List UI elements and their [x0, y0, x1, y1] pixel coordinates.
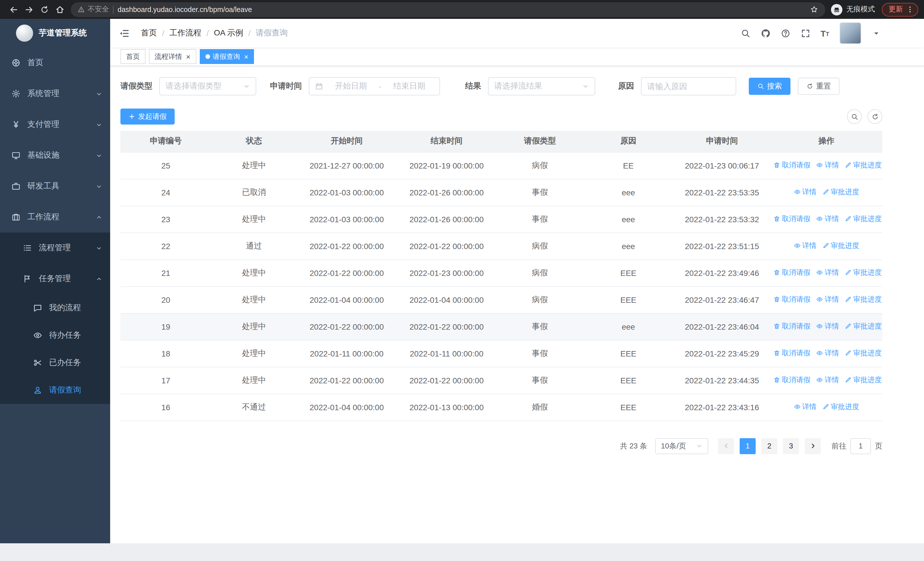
toggle-search-button[interactable]	[847, 109, 862, 124]
action-cancel-link[interactable]: 取消请假	[773, 161, 810, 170]
breadcrumb-item[interactable]: OA 示例	[214, 28, 243, 38]
prev-page-button[interactable]	[718, 438, 734, 454]
date-range-picker[interactable]: 开始日期 - 结束日期	[309, 77, 440, 95]
sidebar-item-done-task[interactable]: 已办任务	[0, 349, 110, 376]
search-icon[interactable]	[741, 28, 750, 38]
action-detail-link[interactable]: 详情	[816, 161, 839, 170]
chevron-up-icon	[96, 276, 102, 282]
chevron-down-icon[interactable]	[872, 28, 881, 38]
browser-back-button[interactable]	[6, 2, 21, 17]
browser-reload-button[interactable]	[36, 2, 52, 17]
action-progress-link[interactable]: 审批进度	[844, 161, 882, 170]
sidebar-item-todo-task[interactable]: 待办任务	[0, 322, 110, 349]
reset-button[interactable]: 重置	[798, 78, 840, 95]
reason-input[interactable]	[641, 77, 736, 95]
refresh-table-button[interactable]	[867, 109, 882, 124]
action-progress-link[interactable]: 审批进度	[844, 349, 882, 358]
action-cancel-link[interactable]: 取消请假	[773, 214, 810, 224]
action-detail-link[interactable]: 详情	[816, 322, 839, 331]
date-separator: -	[379, 82, 381, 91]
spy-icon	[832, 5, 841, 14]
action-cancel-link[interactable]: 取消请假	[773, 349, 810, 358]
page-button-1[interactable]: 1	[740, 438, 756, 454]
tab-leave-query[interactable]: 请假查询×	[200, 49, 254, 64]
menu-dots-icon[interactable]	[906, 5, 914, 14]
page-size-select[interactable]: 10条/页	[655, 438, 708, 454]
action-progress-link[interactable]: 审批进度	[844, 322, 882, 331]
action-cancel-link[interactable]: 取消请假	[773, 268, 810, 278]
create-leave-button[interactable]: 发起请假	[120, 108, 175, 125]
breadcrumb-item[interactable]: 工作流程	[170, 28, 201, 38]
action-detail-link[interactable]: 详情	[794, 241, 816, 251]
search-button[interactable]: 搜索	[749, 78, 790, 95]
action-cancel-link[interactable]: 取消请假	[773, 295, 810, 304]
sidebar-item-system[interactable]: 系统管理	[0, 78, 110, 109]
user-avatar[interactable]	[840, 22, 861, 44]
sidebar-item-devtools[interactable]: 研发工具	[0, 171, 110, 202]
sidebar-item-task-mgmt[interactable]: 任务管理	[0, 263, 110, 294]
action-progress-link[interactable]: 审批进度	[844, 268, 882, 278]
action-detail-link[interactable]: 详情	[794, 187, 816, 197]
action-progress-link[interactable]: 审批进度	[844, 214, 882, 224]
security-indicator[interactable]: 不安全	[78, 5, 109, 14]
action-progress-link[interactable]: 审批进度	[844, 295, 882, 304]
cell-actions: 取消请假详情审批进度	[771, 367, 882, 394]
github-icon[interactable]	[760, 28, 770, 38]
browser-home-button[interactable]	[52, 2, 68, 17]
page-size-value: 10条/页	[661, 441, 686, 451]
action-progress-link[interactable]: 审批进度	[822, 402, 859, 412]
result-select[interactable]: 请选择流结果	[488, 77, 595, 95]
browser-update-button[interactable]: 更新	[882, 3, 918, 16]
cell-reason: EE	[583, 152, 674, 179]
page-button-3[interactable]: 3	[783, 438, 799, 454]
address-bar[interactable]: 不安全 dashboard.yudao.iocoder.cn/bpm/oa/le…	[71, 2, 825, 17]
font-size-icon[interactable]: TT	[820, 29, 829, 38]
app-title: 芋道管理系统	[39, 28, 87, 38]
action-detail-link[interactable]: 详情	[816, 375, 839, 385]
action-detail-link[interactable]: 详情	[794, 402, 816, 412]
action-detail-link[interactable]: 详情	[816, 214, 839, 224]
tab-process-detail[interactable]: 流程详情×	[149, 49, 196, 64]
leave-type-select[interactable]: 请选择请假类型	[159, 77, 256, 95]
action-detail-link[interactable]: 详情	[816, 349, 839, 358]
action-progress-link[interactable]: 审批进度	[822, 241, 859, 251]
action-cancel-link[interactable]: 取消请假	[773, 375, 810, 385]
sidebar-item-label: 工作流程	[27, 212, 59, 222]
page-button-2[interactable]: 2	[761, 438, 777, 454]
action-progress-link[interactable]: 审批进度	[822, 187, 859, 197]
fullscreen-icon[interactable]	[801, 28, 810, 38]
app-logo[interactable]: 芋道管理系统	[0, 19, 110, 47]
column-header: 状态	[211, 131, 297, 152]
sidebar-item-leave-query[interactable]: 请假查询	[0, 376, 110, 404]
tab-home[interactable]: 首页	[120, 49, 146, 64]
cell-start-time: 2022-01-04 00:00:00	[297, 286, 397, 313]
next-page-button[interactable]	[805, 438, 821, 454]
action-cancel-link[interactable]: 取消请假	[773, 322, 810, 331]
sidebar-collapse-button[interactable]	[116, 25, 132, 41]
pagination-total: 共 23 条	[620, 441, 647, 451]
action-detail-link[interactable]: 详情	[816, 295, 839, 304]
cell-leave-type: 事假	[496, 206, 583, 233]
sidebar-item-workflow[interactable]: 工作流程	[0, 202, 110, 233]
sidebar-item-payment[interactable]: 支付管理	[0, 109, 110, 140]
cell-reason: eee	[583, 233, 674, 259]
reason-label: 原因	[618, 81, 634, 92]
sidebar-item-infrastructure[interactable]: 基础设施	[0, 140, 110, 171]
action-progress-link[interactable]: 审批进度	[844, 375, 882, 385]
sidebar-item-my-process[interactable]: 我的流程	[0, 294, 110, 322]
browser-forward-button[interactable]	[21, 2, 36, 17]
sidebar-item-home[interactable]: 首页	[0, 47, 110, 78]
cell-start-time: 2022-01-03 00:00:00	[297, 206, 397, 233]
help-icon[interactable]	[780, 28, 790, 38]
yen-icon	[11, 120, 21, 129]
goto-page-input[interactable]	[850, 438, 871, 454]
tab-close-icon[interactable]: ×	[244, 53, 248, 60]
sidebar-item-label: 我的流程	[49, 303, 81, 313]
tab-close-icon[interactable]: ×	[186, 53, 190, 60]
breadcrumb-item[interactable]: 首页	[141, 28, 157, 38]
cell-leave-type: 事假	[496, 340, 583, 367]
sidebar-item-process-mgmt[interactable]: 流程管理	[0, 233, 110, 263]
action-detail-link[interactable]: 详情	[816, 268, 839, 278]
table-toolbar-right	[847, 109, 882, 124]
bookmark-star-icon[interactable]	[810, 5, 818, 14]
